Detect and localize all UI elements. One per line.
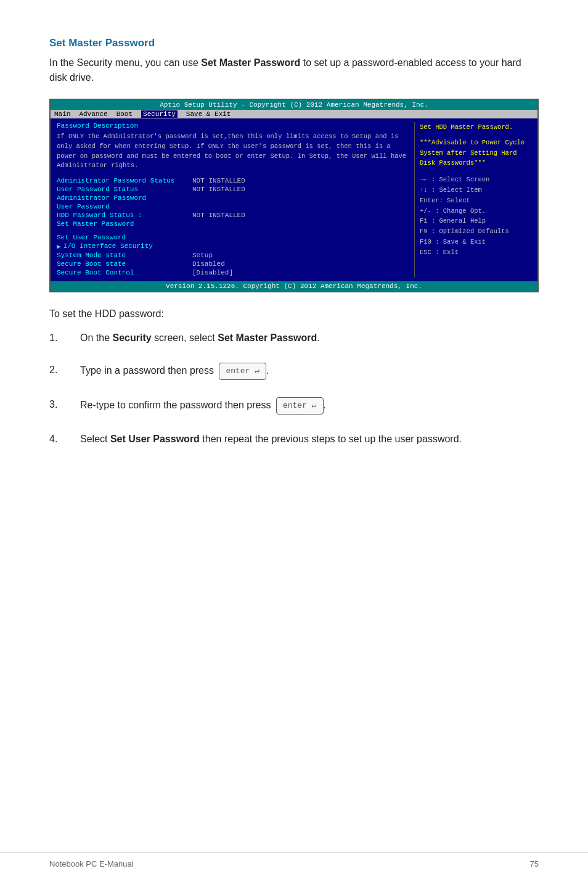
bios-menu-bar: Main Advance Boot Security Save & Exit — [51, 110, 537, 118]
bios-hint-change-opt: +/- : Change Opt. — [420, 206, 533, 217]
bios-sidebar-top: Set HDD Master Password. — [420, 122, 533, 133]
bios-arrow-io: ▶ — [57, 242, 61, 250]
bios-label-set-user: Set User Password — [57, 234, 126, 241]
bios-row-set-master: Set Master Password — [57, 220, 408, 228]
page-footer: Notebook PC E-Manual 75 — [0, 852, 588, 868]
bios-hint-f10: F10 : Save & Exit — [420, 237, 533, 247]
bios-sidebar-hints: →← : Select Screen ↑↓ : Select Item Ente… — [420, 175, 533, 257]
bios-description: If ONLY the Administrator's password is … — [57, 132, 408, 171]
bios-label-user-password: User Password — [57, 203, 110, 210]
bios-label-admin-password: Administrator Password — [57, 194, 146, 202]
bios-section-label: Password Description — [57, 122, 408, 130]
bios-sidebar: Set HDD Master Password. ***Advisable to… — [414, 122, 537, 278]
bios-hint-f9: F9 : Optimized Defaults — [420, 226, 533, 237]
step-4-text: Select Set User Password then repeat the… — [80, 432, 539, 447]
step-1-number: 1. — [49, 331, 80, 345]
bios-label-admin-status: Administrator Password Status — [57, 177, 192, 184]
step-1-text: On the Security screen, select Set Maste… — [80, 331, 539, 345]
enter-key-icon-2: enter ↵ — [283, 400, 317, 412]
step-2-text: Type in a password then press enter ↵ . — [80, 363, 539, 380]
bios-hint-esc: ESC : Exit — [420, 247, 533, 258]
bios-hint-select-item: ↑↓ : Select Item — [420, 185, 533, 196]
step-4-number: 4. — [49, 432, 80, 447]
bios-main-panel: Password Description If ONLY the Adminis… — [51, 122, 414, 278]
page-content: Set Master Password In the Security menu… — [0, 0, 588, 513]
bios-row-admin-password: Administrator Password — [57, 194, 408, 202]
bios-sidebar-advisory: ***Advisable to Power Cycle System after… — [420, 138, 533, 168]
footer-page: 75 — [530, 859, 539, 868]
intro-text: In the Security menu, you can use Set Ma… — [49, 56, 539, 85]
footer-label: Notebook PC E-Manual — [49, 859, 134, 868]
bios-value-user-status: NOT INSTALLED — [192, 186, 245, 193]
bios-footer: Version 2.15.1226. Copyright (C) 2012 Am… — [51, 281, 537, 291]
bios-label-secure-boot-ctrl: Secure Boot Control — [57, 269, 192, 276]
instructions-label: To set the HDD password: — [49, 308, 539, 320]
enter-key-icon: enter ↵ — [226, 365, 259, 377]
bios-label-hdd-status: HDD Password Status : — [57, 212, 192, 219]
bios-body: Password Description If ONLY the Adminis… — [51, 118, 537, 281]
bios-row-system-mode: System Mode state Setup — [57, 252, 408, 259]
bios-row-secure-boot-state: Secure Boot state Disabled — [57, 260, 408, 268]
bios-label-io-security: I/O Interface Security — [63, 242, 153, 250]
bios-row-io-security: ▶ I/O Interface Security — [57, 242, 408, 250]
bios-hint-f1: F1 : General Help — [420, 216, 533, 226]
bios-row-secure-boot-ctrl: Secure Boot Control [Disabled] — [57, 269, 408, 276]
bios-row-set-user: Set User Password — [57, 234, 408, 241]
step-3: 3. Re-type to confirm the password then … — [49, 397, 539, 415]
bios-menu-save-exit: Save & Exit — [186, 110, 231, 118]
steps-list: 1. On the Security screen, select Set Ma… — [49, 331, 539, 447]
bios-label-set-master: Set Master Password — [57, 220, 134, 228]
bios-value-hdd-status: NOT INSTALLED — [192, 212, 245, 219]
step-1: 1. On the Security screen, select Set Ma… — [49, 331, 539, 345]
bios-hint-enter: Enter: Select — [420, 196, 533, 206]
step-3-enter-key: enter ↵ — [276, 397, 324, 415]
bios-value-secure-boot-ctrl: [Disabled] — [192, 269, 233, 276]
bios-value-admin-status: NOT INSTALLED — [192, 177, 245, 184]
bios-row-admin-status: Administrator Password Status NOT INSTAL… — [57, 177, 408, 184]
step-2-number: 2. — [49, 363, 80, 377]
bios-screen: Aptio Setup Utility - Copyright (C) 2012… — [49, 99, 539, 292]
step-2: 2. Type in a password then press enter ↵… — [49, 363, 539, 380]
bios-label-system-mode: System Mode state — [57, 252, 192, 259]
bios-menu-main: Main — [54, 110, 70, 118]
bios-menu-security: Security — [141, 110, 178, 118]
step-4-bold-set-user: Set User Password — [110, 434, 200, 444]
bios-row-user-status: User Password Status NOT INSTALLED — [57, 186, 408, 193]
bios-value-secure-boot-state: Disabled — [192, 260, 225, 268]
step-2-enter-key: enter ↵ — [219, 363, 266, 380]
bios-value-system-mode: Setup — [192, 252, 213, 259]
intro-pre: In the Security menu, you can use — [49, 57, 201, 68]
step-1-bold-set-master: Set Master Password — [218, 332, 317, 343]
bios-label-user-status: User Password Status — [57, 186, 192, 193]
intro-bold: Set Master Password — [201, 57, 300, 68]
section-title: Set Master Password — [49, 37, 539, 49]
bios-row-user-password: User Password — [57, 203, 408, 210]
step-3-number: 3. — [49, 397, 80, 412]
bios-menu-advance: Advance — [79, 110, 107, 118]
step-3-text: Re-type to confirm the password then pre… — [80, 397, 539, 415]
bios-hint-select-screen: →← : Select Screen — [420, 175, 533, 185]
step-1-bold-security: Security — [112, 332, 151, 343]
bios-menu-boot: Boot — [116, 110, 133, 118]
step-4: 4. Select Set User Password then repeat … — [49, 432, 539, 447]
bios-row-hdd-status: HDD Password Status : NOT INSTALLED — [57, 212, 408, 219]
bios-title-bar: Aptio Setup Utility - Copyright (C) 2012… — [51, 100, 537, 110]
bios-label-secure-boot-state: Secure Boot state — [57, 260, 192, 268]
